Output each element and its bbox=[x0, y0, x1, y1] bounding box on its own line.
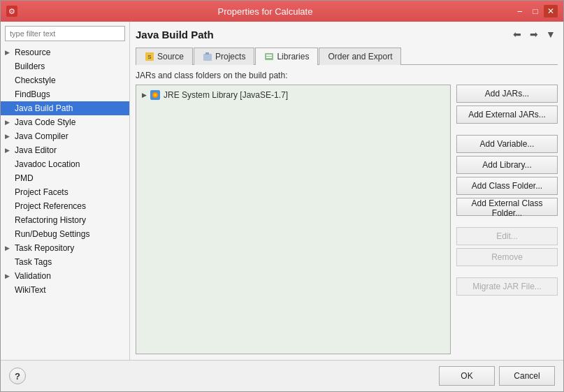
sidebar-item-javadoc-location[interactable]: Javadoc Location bbox=[1, 157, 129, 171]
close-button[interactable]: ✕ bbox=[544, 5, 558, 17]
sidebar-item-project-facets[interactable]: Project Facets bbox=[1, 185, 129, 199]
dropdown-icon-button[interactable]: ▼ bbox=[544, 27, 558, 41]
svg-rect-6 bbox=[266, 57, 272, 58]
button-spacer bbox=[456, 219, 558, 224]
sidebar-item-run-debug-settings[interactable]: Run/Debug Settings bbox=[1, 227, 129, 241]
sidebar-item-label: Task Tags bbox=[15, 257, 52, 267]
sidebar-item-task-repository[interactable]: ▶Task Repository bbox=[1, 241, 129, 255]
window-icon: ⚙ bbox=[6, 6, 17, 17]
tab-source[interactable]: SSource bbox=[136, 48, 193, 65]
content-header: Java Build Path ⬅ ➡ ▼ bbox=[136, 27, 558, 41]
minimize-button[interactable]: ‒ bbox=[513, 5, 527, 17]
list-area: ▶JRE System Library [JavaSE-1.7] bbox=[136, 85, 451, 354]
tab-label: Projects bbox=[215, 52, 245, 61]
sidebar-item-label: Java Compiler bbox=[15, 131, 68, 141]
add-external-class-folder-button[interactable]: Add External Class Folder... bbox=[456, 198, 558, 216]
libraries-tab-icon bbox=[264, 52, 274, 61]
help-button[interactable]: ? bbox=[9, 368, 26, 384]
cancel-button[interactable]: Cancel bbox=[499, 366, 555, 386]
sidebar-item-validation[interactable]: ▶Validation bbox=[1, 269, 129, 283]
forward-icon-button[interactable]: ➡ bbox=[527, 27, 541, 41]
sidebar-item-resource[interactable]: ▶Resource bbox=[1, 45, 129, 59]
expand-arrow-icon: ▶ bbox=[5, 133, 12, 140]
tabs-bar: SSourceProjectsLibrariesOrder and Export bbox=[136, 47, 558, 65]
sidebar-list: ▶ResourceBuildersCheckstyleFindBugsJava … bbox=[1, 44, 129, 360]
svg-text:S: S bbox=[147, 54, 151, 60]
sidebar: ▶ResourceBuildersCheckstyleFindBugsJava … bbox=[1, 22, 130, 360]
list-item-arrow-icon: ▶ bbox=[142, 92, 147, 99]
content-panel: Java Build Path ⬅ ➡ ▼ SSourceProjectsLib… bbox=[130, 22, 563, 360]
sidebar-item-java-editor[interactable]: ▶Java Editor bbox=[1, 143, 129, 157]
page-title: Java Build Path bbox=[136, 29, 214, 41]
svg-rect-2 bbox=[203, 54, 212, 61]
sidebar-item-project-references[interactable]: Project References bbox=[1, 199, 129, 213]
tab-label: Order and Export bbox=[328, 52, 392, 61]
sidebar-item-pmd[interactable]: PMD bbox=[1, 171, 129, 185]
back-icon-button[interactable]: ⬅ bbox=[510, 27, 524, 41]
button-spacer bbox=[456, 126, 558, 132]
sidebar-item-label: PMD bbox=[15, 173, 34, 183]
tab-order-export[interactable]: Order and Export bbox=[319, 48, 401, 65]
maximize-button[interactable]: □ bbox=[528, 5, 542, 17]
add-external-jars-button[interactable]: Add External JARs... bbox=[456, 106, 558, 124]
svg-rect-3 bbox=[205, 52, 209, 55]
expand-arrow-icon: ▶ bbox=[5, 49, 12, 56]
source-tab-icon: S bbox=[145, 52, 154, 61]
sidebar-item-label: Validation bbox=[15, 271, 51, 281]
add-library-button[interactable]: Add Library... bbox=[456, 156, 558, 174]
content-body: ▶JRE System Library [JavaSE-1.7] Add JAR… bbox=[136, 85, 558, 354]
sidebar-item-label: Builders bbox=[15, 61, 45, 71]
add-class-folder-button[interactable]: Add Class Folder... bbox=[456, 177, 558, 195]
header-icons: ⬅ ➡ ▼ bbox=[510, 27, 558, 41]
sidebar-item-label: Java Editor bbox=[15, 145, 57, 155]
remove-button: Remove bbox=[456, 248, 558, 266]
add-jars-button[interactable]: Add JARs... bbox=[456, 85, 558, 103]
sidebar-item-label: WikiText bbox=[15, 285, 46, 295]
main-content: ▶ResourceBuildersCheckstyleFindBugsJava … bbox=[1, 22, 563, 360]
title-bar: ⚙ Properties for Calculate ‒ □ ✕ bbox=[1, 1, 563, 22]
add-variable-button[interactable]: Add Variable... bbox=[456, 135, 558, 153]
jre-library-icon bbox=[150, 89, 161, 101]
svg-point-9 bbox=[154, 94, 157, 96]
properties-window: ⚙ Properties for Calculate ‒ □ ✕ ▶Resour… bbox=[0, 0, 564, 392]
sidebar-item-wikitext[interactable]: WikiText bbox=[1, 283, 129, 297]
sidebar-item-checkstyle[interactable]: Checkstyle bbox=[1, 73, 129, 87]
buttons-panel: Add JARs...Add External JARs...Add Varia… bbox=[456, 85, 558, 354]
ok-button[interactable]: OK bbox=[439, 366, 495, 386]
expand-arrow-icon: ▶ bbox=[5, 147, 12, 154]
sidebar-item-java-build-path[interactable]: Java Build Path bbox=[1, 101, 129, 115]
sidebar-item-refactoring-history[interactable]: Refactoring History bbox=[1, 213, 129, 227]
sidebar-item-builders[interactable]: Builders bbox=[1, 59, 129, 73]
migrate-jar-button: Migrate JAR File... bbox=[456, 277, 558, 296]
svg-rect-5 bbox=[266, 55, 272, 56]
bottom-bar: ? OK Cancel bbox=[1, 360, 563, 391]
sidebar-item-label: Java Build Path bbox=[15, 103, 73, 113]
sidebar-item-label: Refactoring History bbox=[15, 215, 86, 225]
list-item-label: JRE System Library [JavaSE-1.7] bbox=[164, 90, 288, 100]
sidebar-item-label: Resource bbox=[15, 48, 50, 57]
list-item-jre-system-library[interactable]: ▶JRE System Library [JavaSE-1.7] bbox=[139, 88, 447, 102]
sidebar-item-label: Checkstyle bbox=[15, 75, 56, 85]
sidebar-item-task-tags[interactable]: Task Tags bbox=[1, 255, 129, 269]
sidebar-item-findbugs[interactable]: FindBugs bbox=[1, 87, 129, 101]
expand-arrow-icon: ▶ bbox=[5, 119, 12, 126]
projects-tab-icon bbox=[203, 52, 212, 61]
dialog-buttons: OK Cancel bbox=[439, 366, 555, 386]
sidebar-item-label: Task Repository bbox=[15, 243, 74, 253]
filter-input[interactable] bbox=[5, 26, 125, 41]
gear-icon: ⚙ bbox=[8, 7, 15, 16]
sidebar-item-java-compiler[interactable]: ▶Java Compiler bbox=[1, 129, 129, 143]
tab-libraries[interactable]: Libraries bbox=[255, 48, 318, 65]
sidebar-item-label: Run/Debug Settings bbox=[15, 229, 89, 239]
tab-projects[interactable]: Projects bbox=[194, 48, 254, 65]
sidebar-item-label: Java Code Style bbox=[15, 117, 75, 127]
tab-label: Libraries bbox=[277, 52, 309, 61]
expand-arrow-icon: ▶ bbox=[5, 245, 12, 252]
filter-box bbox=[1, 22, 129, 44]
sidebar-item-label: Project References bbox=[15, 201, 86, 211]
window-title: Properties for Calculate bbox=[17, 6, 513, 17]
window-controls: ‒ □ ✕ bbox=[513, 5, 558, 17]
sidebar-item-java-code-style[interactable]: ▶Java Code Style bbox=[1, 115, 129, 129]
sidebar-item-label: Project Facets bbox=[15, 187, 68, 197]
jars-label: JARs and class folders on the build path… bbox=[136, 71, 558, 80]
